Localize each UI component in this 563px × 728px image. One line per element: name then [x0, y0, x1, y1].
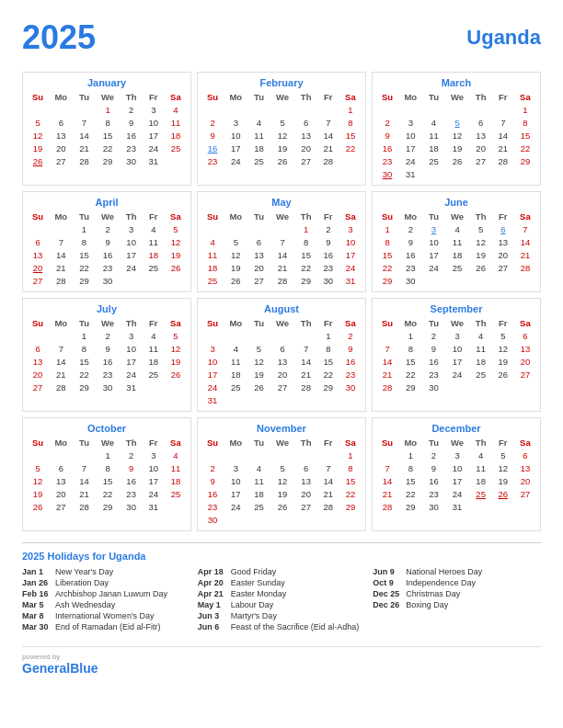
day-header: Tu [247, 437, 270, 449]
cal-day: 28 [514, 261, 536, 274]
cal-day [422, 274, 444, 287]
cal-day [247, 222, 270, 235]
cal-day: 6 [49, 461, 73, 474]
cal-day: 5 [165, 222, 187, 235]
cal-day: 25 [165, 487, 187, 500]
cal-day: 14 [270, 248, 295, 261]
cal-day: 3 [201, 342, 224, 355]
cal-day: 14 [73, 129, 95, 142]
day-header: We [270, 317, 295, 329]
cal-day [317, 103, 339, 116]
holiday-entry: Mar 5Ash Wednesday [22, 600, 190, 609]
cal-day: 23 [422, 368, 444, 381]
holiday-name: National Heroes Day [406, 567, 482, 576]
powered-by-label: powered by [22, 653, 98, 661]
cal-day [224, 449, 247, 461]
cal-day: 6 [27, 235, 49, 248]
cal-day: 1 [398, 329, 422, 342]
cal-day [201, 449, 224, 461]
cal-day: 21 [49, 261, 73, 274]
cal-day: 12 [470, 235, 492, 248]
cal-day: 23 [339, 368, 362, 381]
cal-day: 3 [422, 222, 444, 235]
cal-day: 6 [270, 342, 295, 355]
cal-day: 7 [49, 235, 73, 248]
cal-day: 18 [445, 248, 470, 261]
cal-day: 5 [470, 222, 492, 235]
cal-day: 26 [270, 154, 295, 167]
holiday-date: Jun 6 [198, 622, 227, 631]
cal-day: 19 [470, 248, 492, 261]
cal-day: 7 [376, 461, 398, 474]
cal-day: 13 [514, 342, 536, 355]
cal-day: 4 [470, 449, 492, 461]
cal-day: 24 [143, 487, 165, 500]
cal-day: 19 [165, 355, 187, 368]
cal-day: 20 [514, 355, 536, 368]
holiday-date: Mar 5 [22, 600, 52, 609]
cal-day: 22 [317, 368, 339, 381]
cal-day: 28 [270, 274, 295, 287]
day-header: We [445, 91, 470, 103]
cal-day: 22 [96, 487, 121, 500]
cal-day: 19 [27, 487, 49, 500]
cal-day: 6 [492, 222, 514, 235]
day-header: Th [295, 437, 317, 449]
day-header: Th [295, 91, 317, 103]
holiday-entry: Jun 3Martyr's Day [198, 611, 366, 620]
cal-day: 3 [121, 329, 143, 342]
day-header: Tu [247, 91, 270, 103]
cal-day: 2 [317, 222, 339, 235]
cal-day: 21 [317, 142, 339, 154]
cal-day: 23 [96, 261, 121, 274]
cal-day: 1 [514, 103, 536, 116]
cal-day: 20 [470, 142, 492, 154]
cal-day [224, 103, 247, 116]
cal-day: 16 [201, 487, 224, 500]
cal-day: 12 [492, 342, 514, 355]
month-title: March [376, 77, 536, 88]
cal-day [376, 329, 398, 342]
cal-day: 3 [398, 116, 422, 129]
cal-day: 17 [422, 248, 444, 261]
cal-day: 2 [201, 461, 224, 474]
cal-day: 4 [422, 116, 444, 129]
cal-day: 5 [247, 342, 270, 355]
cal-day: 12 [270, 474, 295, 487]
cal-day: 17 [121, 248, 143, 261]
day-header: Sa [514, 91, 536, 103]
day-header: Sa [514, 437, 536, 449]
cal-day: 15 [339, 474, 362, 487]
month-block-april: AprilSuMoTuWeThFrSa123456789101112131415… [22, 191, 191, 292]
cal-day: 24 [201, 381, 224, 393]
day-header: Tu [422, 317, 444, 329]
cal-day: 16 [201, 142, 224, 154]
cal-day: 9 [96, 235, 121, 248]
cal-day [270, 393, 295, 406]
day-header: Su [201, 91, 224, 103]
cal-day: 3 [445, 329, 470, 342]
cal-day: 4 [143, 222, 165, 235]
day-header: Th [470, 91, 492, 103]
cal-day: 19 [492, 474, 514, 487]
cal-day: 27 [514, 487, 536, 500]
cal-day: 25 [445, 261, 470, 274]
cal-day: 15 [295, 248, 317, 261]
holiday-date: Mar 30 [22, 622, 52, 631]
cal-day: 23 [121, 487, 143, 500]
cal-day: 16 [121, 474, 143, 487]
cal-day: 15 [514, 129, 536, 142]
cal-day: 16 [317, 248, 339, 261]
page-footer: powered by GeneralBlue [22, 646, 541, 676]
day-header: Mo [398, 317, 422, 329]
cal-day [270, 329, 295, 342]
cal-day: 30 [317, 274, 339, 287]
cal-day: 22 [376, 261, 398, 274]
country-label: Uganda [466, 26, 541, 50]
cal-day: 8 [339, 116, 362, 129]
cal-day [247, 513, 270, 526]
cal-day: 29 [398, 381, 422, 393]
day-header: Th [470, 437, 492, 449]
cal-day: 14 [73, 474, 95, 487]
cal-day: 19 [492, 355, 514, 368]
